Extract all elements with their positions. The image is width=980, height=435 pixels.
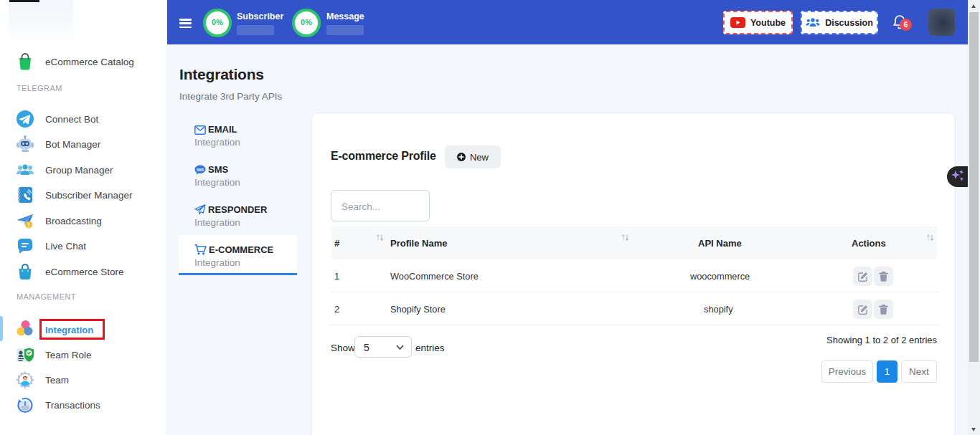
svg-text:SMS: SMS [197,168,204,172]
